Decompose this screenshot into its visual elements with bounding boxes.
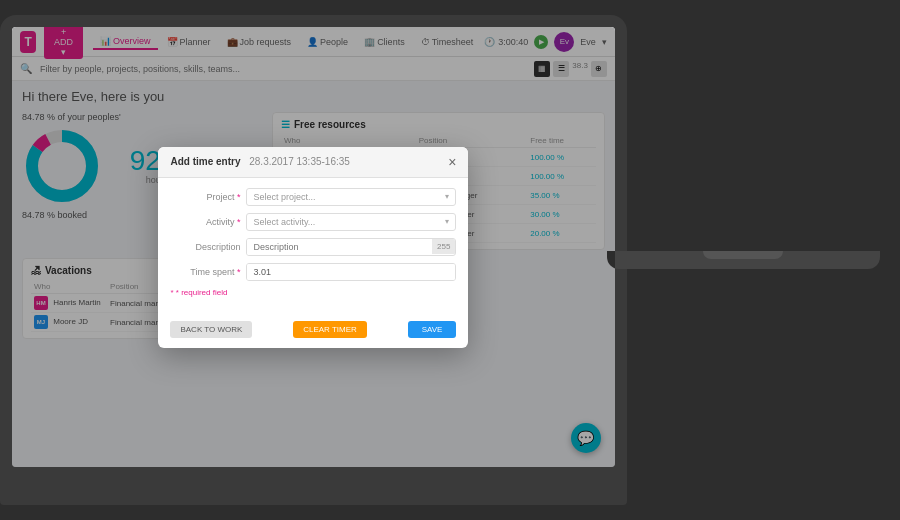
time-required: * <box>237 267 241 277</box>
description-input[interactable] <box>247 239 432 255</box>
activity-placeholder: Select activity... <box>253 217 315 227</box>
time-spent-input[interactable] <box>247 264 455 280</box>
project-select[interactable]: Select project... ▾ <box>246 188 456 206</box>
activity-required: * <box>237 217 241 227</box>
modal-datetime: 28.3.2017 13:35-16:35 <box>249 156 350 167</box>
time-spent-input-wrap <box>246 263 456 281</box>
description-input-wrap: 255 <box>246 238 456 256</box>
project-required: * <box>237 192 241 202</box>
time-spent-label: Time spent * <box>170 267 240 277</box>
laptop-base <box>607 251 880 269</box>
project-placeholder: Select project... <box>253 192 315 202</box>
activity-select[interactable]: Select activity... ▾ <box>246 213 456 231</box>
activity-row: Activity * Select activity... ▾ <box>170 213 456 231</box>
project-label: Project * <box>170 192 240 202</box>
clear-timer-button[interactable]: CLEAR TIMER <box>293 321 367 338</box>
activity-select-arrow: ▾ <box>445 217 449 226</box>
description-label: Description <box>170 242 240 252</box>
laptop-notch <box>703 251 783 259</box>
project-select-arrow: ▾ <box>445 192 449 201</box>
modal-body: Project * Select project... ▾ Activity * <box>158 178 468 315</box>
modal-footer: BACK TO WORK CLEAR TIMER SAVE <box>158 315 468 348</box>
time-spent-row: Time spent * <box>170 263 456 281</box>
back-to-work-button[interactable]: BACK TO WORK <box>170 321 252 338</box>
char-count: 255 <box>432 239 455 254</box>
description-row: Description 255 <box>170 238 456 256</box>
add-time-entry-modal: Add time entry 28.3.2017 13:35-16:35 × P… <box>158 147 468 348</box>
save-button[interactable]: SAVE <box>408 321 457 338</box>
modal-title: Add time entry 28.3.2017 13:35-16:35 <box>170 156 349 167</box>
required-note: * * required field <box>170 288 456 297</box>
project-row: Project * Select project... ▾ <box>170 188 456 206</box>
modal-header: Add time entry 28.3.2017 13:35-16:35 × <box>158 147 468 178</box>
close-button[interactable]: × <box>448 155 456 169</box>
required-asterisk: * <box>170 288 173 297</box>
modal-overlay: Add time entry 28.3.2017 13:35-16:35 × P… <box>12 27 615 467</box>
screen: T + ADD ▾ 📊 Overview 📅 Planner 💼 Job req… <box>12 27 615 467</box>
activity-label: Activity * <box>170 217 240 227</box>
